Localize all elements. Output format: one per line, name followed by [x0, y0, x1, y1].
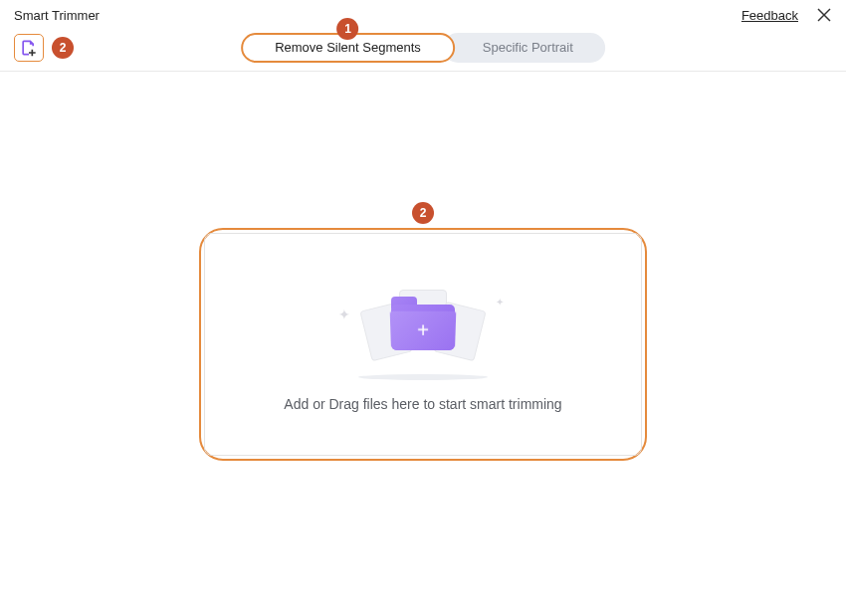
feedback-link[interactable]: Feedback	[741, 8, 798, 23]
tab-specific-portrait[interactable]: Specific Portrait	[443, 33, 605, 63]
dropzone-highlight: ✦ ✦ + Add or Drag files here to start sm…	[199, 228, 647, 461]
main-content: 2 ✦ ✦ +	[0, 72, 846, 616]
dropzone-instruction: Add or Drag files here to start smart tr…	[284, 396, 561, 412]
header-bar: Smart Trimmer Feedback	[0, 0, 846, 28]
add-file-icon	[19, 38, 39, 58]
annotation-badge-addfile: 2	[52, 37, 74, 59]
file-dropzone[interactable]: ✦ ✦ + Add or Drag files here to start sm…	[204, 233, 642, 456]
sparkle-icon: ✦	[496, 297, 504, 308]
toolbar: 2 1 Remove Silent Segments Specific Port…	[0, 28, 846, 72]
annotation-badge-tab: 1	[336, 18, 358, 40]
close-button[interactable]	[816, 7, 832, 23]
mode-tabs: 1 Remove Silent Segments Specific Portra…	[241, 33, 605, 63]
add-file-button[interactable]	[14, 34, 44, 62]
folder-illustration: ✦ ✦ +	[348, 277, 498, 376]
header-right: Feedback	[741, 7, 832, 23]
annotation-badge-dropzone: 2	[412, 202, 434, 224]
sparkle-icon: ✦	[338, 307, 350, 322]
window-title: Smart Trimmer	[14, 8, 100, 23]
plus-icon: +	[417, 317, 429, 341]
folder-icon: +	[391, 303, 455, 350]
close-icon	[817, 8, 831, 22]
